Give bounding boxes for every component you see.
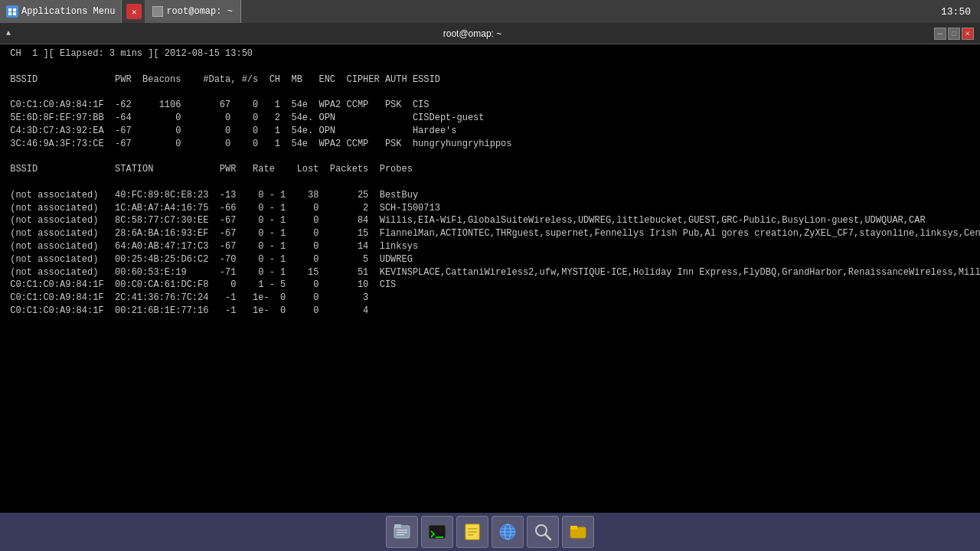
svg-line-22 [545, 534, 550, 540]
bottom-dock: _ [0, 513, 980, 551]
dock-notes-icon[interactable] [456, 516, 488, 548]
terminal-title-text: root@omap: ~ [11, 28, 934, 39]
terminal-maximize-button[interactable]: □ [948, 28, 960, 40]
taskbar-left: Applications Menu ✕ root@omap: ~ [0, 0, 241, 23]
terminal-window-controls: ─ □ ✕ [934, 28, 974, 40]
close-icon-top[interactable]: ✕ [126, 4, 142, 19]
svg-rect-24 [570, 526, 577, 530]
dock-folder-icon[interactable] [562, 516, 594, 548]
dock-browser-icon[interactable] [492, 516, 524, 548]
terminal-close-button[interactable]: ✕ [962, 28, 974, 40]
app-menu-icon [6, 5, 18, 18]
clock-display: 13:50 [941, 6, 971, 18]
terminal-content-area[interactable]: CH 1 ][ Elapsed: 3 mins ][ 2012-08-15 13… [0, 44, 980, 528]
svg-rect-5 [394, 524, 401, 528]
svg-rect-6 [397, 530, 407, 531]
svg-rect-7 [397, 532, 407, 533]
terminal-tab-icon [152, 6, 163, 17]
terminal-titlebar: ▲ root@omap: ~ ─ □ ✕ [0, 23, 980, 44]
terminal-tab-label: root@omap: ~ [166, 6, 232, 17]
top-taskbar: Applications Menu ✕ root@omap: ~ 13:50 [0, 0, 980, 23]
dock-files-icon[interactable] [386, 516, 418, 548]
dock-search-icon[interactable] [527, 516, 559, 548]
applications-menu-button[interactable]: Applications Menu [0, 0, 122, 23]
svg-rect-0 [8, 8, 11, 11]
svg-rect-2 [8, 12, 11, 15]
clock-area: 13:50 [932, 6, 980, 18]
svg-rect-8 [397, 534, 404, 536]
svg-rect-3 [13, 12, 16, 15]
svg-rect-1 [13, 8, 16, 11]
dock-terminal-icon[interactable]: _ [421, 516, 453, 548]
terminal-tab[interactable]: root@omap: ~ [145, 0, 240, 23]
terminal-window: ▲ root@omap: ~ ─ □ ✕ CH 1 ][ Elapsed: 3 … [0, 23, 980, 528]
terminal-minimize-button[interactable]: ─ [934, 28, 946, 40]
app-menu-label: Applications Menu [21, 6, 115, 17]
